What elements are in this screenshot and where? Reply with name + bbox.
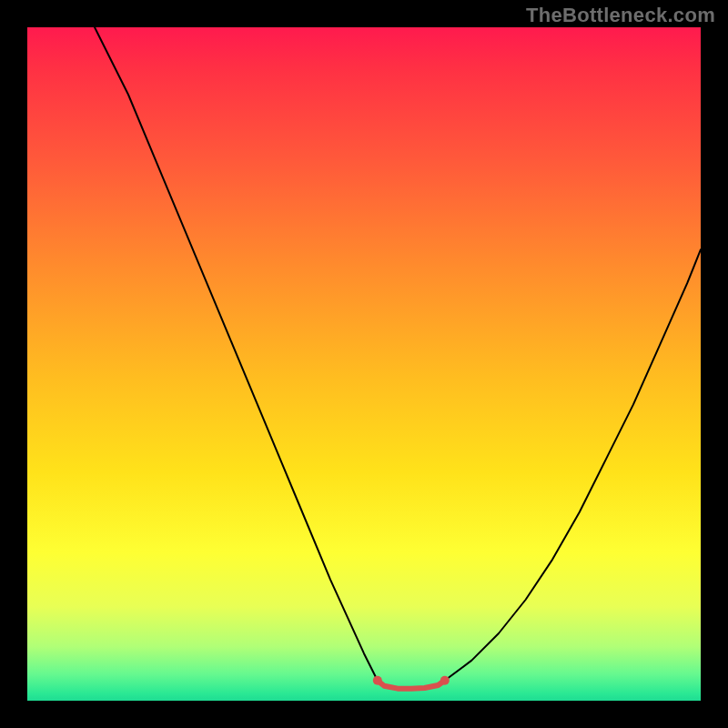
chart-svg (27, 27, 701, 701)
watermark-text: TheBottleneck.com (526, 4, 715, 27)
series-right-curve (445, 249, 701, 681)
series-left-curve (95, 27, 378, 681)
series-valley-marker-endcap (373, 676, 382, 685)
series-valley-marker-endcap (440, 676, 450, 685)
plot-area (27, 27, 701, 701)
series-layer (95, 27, 701, 689)
series-valley-marker (378, 681, 445, 689)
chart-frame: TheBottleneck.com (0, 0, 728, 728)
